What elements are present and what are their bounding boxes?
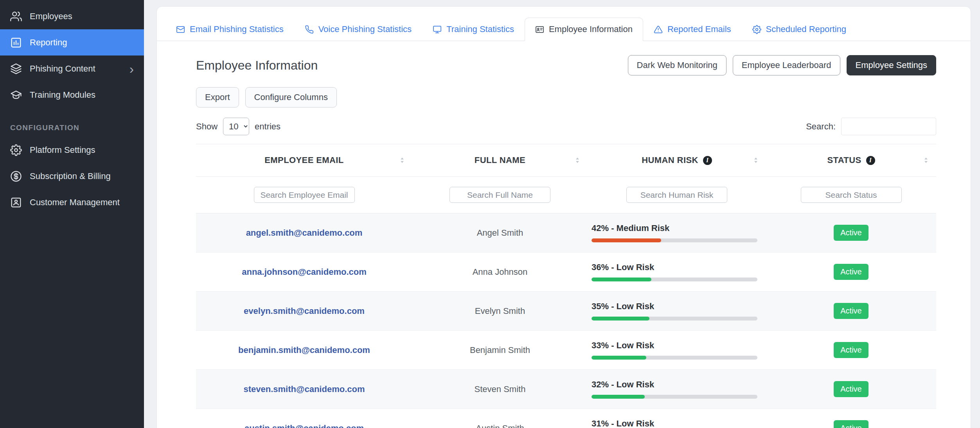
entries-select[interactable]: 10	[223, 118, 249, 135]
full-name-cell: Austin Smith	[412, 423, 588, 428]
filter-input-human-risk[interactable]	[626, 187, 727, 203]
chevron-right-icon: ›	[129, 62, 134, 75]
full-name-cell: Benjamin Smith	[412, 345, 588, 355]
tab-reported-emails[interactable]: Reported Emails	[643, 18, 742, 41]
table-search-input[interactable]	[841, 118, 936, 135]
sort-icon[interactable]	[573, 156, 582, 165]
configure-columns-button[interactable]: Configure Columns	[245, 87, 337, 107]
human-risk-cell: 35% - Low Risk	[588, 301, 766, 321]
dollar-icon	[10, 170, 22, 182]
sort-icon[interactable]	[397, 156, 407, 165]
full-name-cell: Steven Smith	[412, 384, 588, 394]
envelope-icon	[176, 25, 185, 34]
filter-input-status[interactable]	[801, 187, 902, 203]
full-name-cell: Evelyn Smith	[412, 306, 588, 316]
gear-icon	[10, 144, 22, 156]
info-icon[interactable]	[703, 156, 712, 165]
users-icon	[10, 11, 22, 22]
sidebar-item-reporting[interactable]: Reporting ›	[0, 29, 144, 56]
risk-label: 35% - Low Risk	[592, 301, 766, 312]
filter-input-employee-email[interactable]	[254, 187, 355, 203]
sort-icon[interactable]	[921, 156, 931, 165]
dark-web-monitoring-button[interactable]: Dark Web Monitoring	[628, 55, 726, 75]
sidebar-item-employees[interactable]: Employees ›	[0, 3, 144, 29]
human-risk-cell: 42% - Medium Risk	[588, 223, 766, 242]
tab-training-statistics[interactable]: Training Statistics	[422, 18, 525, 41]
employee-table: Employee Email Full Name Human Risk Stat…	[196, 144, 936, 428]
employee-leaderboard-button[interactable]: Employee Leaderboard	[733, 55, 840, 75]
graduation-cap-icon	[10, 89, 22, 101]
table-body: angel.smith@canidemo.com Angel Smith 42%…	[196, 213, 936, 428]
sidebar-item-platform-settings[interactable]: Platform Settings ›	[0, 137, 144, 163]
tab-employee-information[interactable]: Employee Information	[525, 18, 643, 41]
customers-icon	[10, 197, 22, 208]
column-header-employee-email[interactable]: Employee Email	[196, 144, 412, 176]
employee-email-link[interactable]: austin.smith@canidemo.com	[245, 423, 364, 428]
human-risk-cell: 31% - Low Risk	[588, 419, 766, 428]
sidebar-item-customer-management[interactable]: Customer Management ›	[0, 189, 144, 215]
risk-bar	[592, 317, 757, 321]
risk-bar-fill	[592, 238, 661, 242]
column-header-status[interactable]: Status	[766, 144, 936, 176]
tab-email-phishing-statistics[interactable]: Email Phishing Statistics	[165, 18, 294, 41]
employee-email-link[interactable]: steven.smith@canidemo.com	[244, 384, 365, 394]
sort-icon[interactable]	[751, 156, 761, 165]
layers-icon	[10, 63, 22, 75]
risk-bar-fill	[592, 356, 646, 360]
page-title: Employee Information	[196, 58, 318, 73]
content-card: Email Phishing Statistics Voice Phishing…	[156, 6, 971, 428]
risk-label: 36% - Low Risk	[592, 262, 766, 272]
column-header-full-name[interactable]: Full Name	[412, 144, 588, 176]
warning-icon	[654, 25, 663, 34]
risk-bar	[592, 395, 757, 399]
full-name-cell: Anna Johnson	[412, 267, 588, 277]
employee-settings-button[interactable]: Employee Settings	[847, 55, 936, 75]
sidebar-item-subscription-billing[interactable]: Subscription & Billing ›	[0, 163, 144, 189]
table-row: evelyn.smith@canidemo.com Evelyn Smith 3…	[196, 292, 936, 331]
sidebar-item-training-modules[interactable]: Training Modules ›	[0, 82, 144, 108]
header-actions: Dark Web MonitoringEmployee LeaderboardE…	[628, 55, 936, 75]
status-badge: Active	[834, 225, 868, 241]
table-row: angel.smith@canidemo.com Angel Smith 42%…	[196, 213, 936, 253]
risk-bar-fill	[592, 278, 651, 281]
filter-input-full-name[interactable]	[450, 187, 550, 203]
employee-email-link[interactable]: anna.johnson@canidemo.com	[242, 267, 367, 277]
sidebar-config-nav: Platform Settings › Subscription & Billi…	[0, 137, 144, 215]
risk-bar-fill	[592, 395, 645, 399]
entries-row: Show 10 entries Search:	[157, 118, 971, 135]
table-row: anna.johnson@canidemo.com Anna Johnson 3…	[196, 253, 936, 292]
employee-email-link[interactable]: benjamin.smith@canidemo.com	[238, 345, 370, 355]
info-icon[interactable]	[866, 156, 875, 165]
status-badge: Active	[834, 420, 868, 428]
full-name-cell: Angel Smith	[412, 228, 588, 238]
status-badge: Active	[834, 303, 868, 319]
tab-scheduled-reporting[interactable]: Scheduled Reporting	[742, 18, 857, 41]
table-row: steven.smith@canidemo.com Steven Smith 3…	[196, 370, 936, 409]
sidebar-section-label: CONFIGURATION	[0, 124, 144, 132]
gear-icon	[752, 25, 761, 34]
employee-email-link[interactable]: angel.smith@canidemo.com	[246, 228, 363, 238]
human-risk-cell: 33% - Low Risk	[588, 340, 766, 360]
table-toolbar: Export Configure Columns	[157, 87, 971, 107]
id-card-icon	[535, 25, 544, 34]
employee-email-link[interactable]: evelyn.smith@canidemo.com	[244, 306, 365, 316]
show-label: Show	[196, 122, 218, 132]
risk-bar-fill	[592, 317, 649, 321]
risk-bar	[592, 278, 757, 281]
status-badge: Active	[834, 381, 868, 397]
human-risk-cell: 32% - Low Risk	[588, 380, 766, 399]
sidebar-item-phishing-content[interactable]: Phishing Content ›	[0, 56, 144, 82]
table-row: austin.smith@canidemo.com Austin Smith 3…	[196, 409, 936, 428]
phone-icon	[305, 25, 314, 34]
risk-label: 32% - Low Risk	[592, 380, 766, 390]
table-filter-row	[196, 177, 936, 213]
column-header-human-risk[interactable]: Human Risk	[588, 144, 766, 176]
entries-label: entries	[255, 122, 281, 132]
monitor-icon	[433, 25, 442, 34]
risk-label: 31% - Low Risk	[592, 419, 766, 428]
table-row: benjamin.smith@canidemo.com Benjamin Smi…	[196, 331, 936, 370]
risk-label: 33% - Low Risk	[592, 340, 766, 351]
risk-bar	[592, 356, 757, 360]
tab-voice-phishing-statistics[interactable]: Voice Phishing Statistics	[294, 18, 422, 41]
export-button[interactable]: Export	[196, 87, 239, 107]
